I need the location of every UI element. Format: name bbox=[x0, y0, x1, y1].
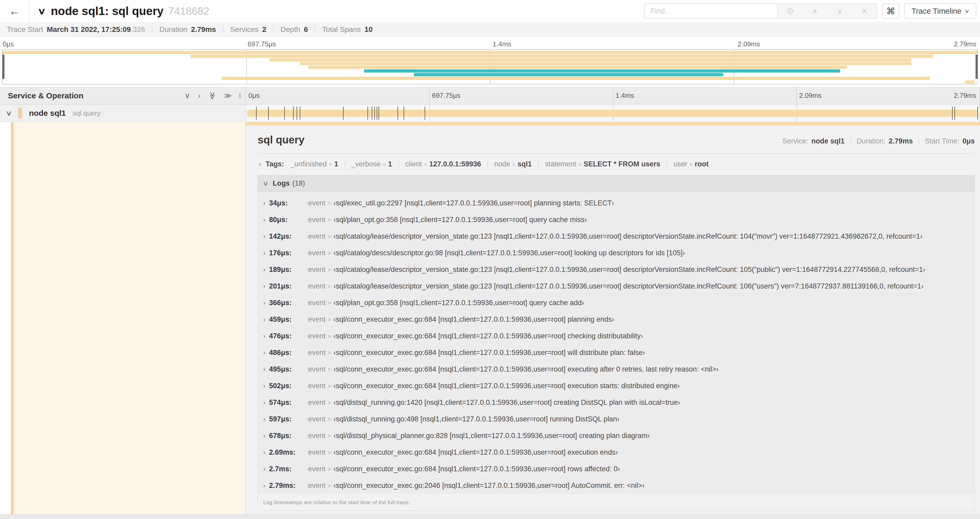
log-event-marker[interactable] bbox=[256, 107, 256, 120]
tag-item: user = root bbox=[667, 160, 715, 168]
timeline-grid-line bbox=[613, 87, 614, 104]
keyboard-shortcuts-button[interactable]: ⌘ bbox=[882, 3, 899, 19]
log-equals: = bbox=[328, 449, 331, 456]
tag-key: _verbose bbox=[352, 160, 381, 168]
log-timestamp: 597μs: bbox=[269, 415, 308, 423]
logs-title: Logs bbox=[273, 179, 290, 187]
log-event-marker[interactable] bbox=[343, 107, 344, 120]
trace-minimap: 0μs697.75μs1.4ms2.09ms2.79ms bbox=[0, 37, 980, 87]
log-event-marker[interactable] bbox=[372, 107, 372, 120]
bottom-scroll-strip[interactable] bbox=[0, 514, 980, 519]
timeline-grid-line bbox=[796, 87, 797, 104]
tags-accordion-toggle[interactable]: › Tags: _unfinished = 1 _verbose bbox=[258, 160, 975, 168]
log-field-name: event bbox=[308, 365, 325, 374]
prev-result-chevron-up-icon[interactable]: ∧ bbox=[802, 4, 827, 18]
log-entry-row[interactable]: › 142μs: event = ‹sql/catalog/lease/desc… bbox=[258, 228, 974, 245]
span-row-timeline-cell[interactable] bbox=[246, 104, 980, 122]
trace-summary-value-suffix: .326 bbox=[131, 25, 145, 34]
log-entry-row[interactable]: › 201μs: event = ‹sql/catalog/lease/desc… bbox=[258, 278, 974, 295]
log-entry-row[interactable]: › 366μs: event = ‹sql/plan_opt.go:358 [n… bbox=[258, 295, 974, 311]
log-event-marker[interactable] bbox=[955, 107, 955, 120]
minimap-scrubber-right-handle[interactable] bbox=[975, 54, 978, 79]
log-entry-row[interactable]: › 2.69ms: event = ‹sql/conn_executor_exe… bbox=[258, 444, 974, 461]
log-entry-row[interactable]: › 80μs: event = ‹sql/plan_opt.go:358 [ns… bbox=[258, 211, 974, 228]
log-chevron-right-icon: › bbox=[263, 432, 265, 440]
log-entry-row[interactable]: › 34μs: event = ‹sql/exec_util.go:2297 [… bbox=[258, 195, 974, 211]
log-entry-row[interactable]: › 495μs: event = ‹sql/conn_executor_exec… bbox=[258, 361, 974, 378]
log-event-marker[interactable] bbox=[293, 107, 294, 120]
minimap-span-bar bbox=[2, 51, 978, 54]
log-field-name: event bbox=[308, 299, 325, 307]
span-meta-label: Start Time: bbox=[925, 137, 959, 145]
timeline-ruler: 0μs697.75μs1.4ms2.09ms2.79ms bbox=[246, 87, 980, 104]
title-collapse-chevron-down-icon[interactable]: ∨ bbox=[37, 6, 46, 16]
log-timestamp: 486μs: bbox=[269, 349, 308, 357]
log-chevron-right-icon: › bbox=[263, 216, 265, 224]
log-timestamp: 201μs: bbox=[269, 282, 308, 291]
span-expander-chevron-down-icon[interactable]: ∨ bbox=[6, 109, 12, 117]
trace-summary-label: Depth bbox=[280, 25, 300, 34]
span-duration-bar[interactable] bbox=[247, 110, 978, 117]
minimap-span-bar bbox=[965, 80, 975, 84]
clear-search-close-icon[interactable]: ✕ bbox=[852, 4, 877, 18]
log-entry-row[interactable]: › 678μs: event = ‹sql/distsql_physical_p… bbox=[258, 428, 974, 444]
log-entry-row[interactable]: › 176μs: event = ‹sql/catalog/descs/desc… bbox=[258, 245, 974, 261]
expand-one-chevron-right-icon[interactable]: › bbox=[198, 92, 200, 99]
minimap-canvas-wrap bbox=[0, 50, 980, 85]
log-entry-row[interactable]: › 502μs: event = ‹sql/conn_executor_exec… bbox=[258, 378, 974, 394]
view-selector-button[interactable]: Trace Timeline ∨ bbox=[904, 3, 976, 19]
log-event-marker[interactable] bbox=[297, 107, 297, 120]
log-timestamp: 502μs: bbox=[269, 382, 308, 390]
log-event-marker[interactable] bbox=[377, 107, 377, 120]
log-entry-row[interactable]: › 2.79ms: event = ‹sql/conn_executor_exe… bbox=[258, 477, 974, 494]
log-chevron-right-icon: › bbox=[263, 366, 265, 373]
locate-icon[interactable] bbox=[778, 4, 802, 18]
minimap-canvas[interactable] bbox=[2, 50, 978, 85]
minimap-span-bar bbox=[309, 65, 847, 69]
trace-summary-item: Total Spans 10 bbox=[315, 25, 372, 34]
log-equals: = bbox=[328, 383, 331, 389]
collapse-one-chevron-down-icon[interactable]: ∨ bbox=[185, 92, 190, 99]
log-entry-row[interactable]: › 597μs: event = ‹sql/distsql_running.go… bbox=[258, 411, 974, 428]
tag-item: node = sql1 bbox=[487, 160, 538, 168]
log-field-name: event bbox=[308, 282, 325, 291]
log-event-marker[interactable] bbox=[368, 107, 368, 120]
log-entry-row[interactable]: › 574μs: event = ‹sql/distsql_running.go… bbox=[258, 394, 974, 411]
tags-list: _unfinished = 1 _verbose = 1 bbox=[284, 160, 715, 168]
next-result-chevron-down-icon[interactable]: ∨ bbox=[827, 4, 852, 18]
log-event-marker[interactable] bbox=[404, 107, 404, 120]
log-event-marker[interactable] bbox=[268, 107, 269, 120]
log-field-name: event bbox=[308, 232, 325, 241]
find-input[interactable] bbox=[644, 4, 777, 18]
service-operation-header: Service & Operation ∨ › ≫ ≫ ‖ bbox=[0, 87, 246, 104]
expand-all-double-chevron-right-icon[interactable]: ≫ bbox=[224, 92, 232, 99]
log-entry-row[interactable]: › 2.7ms: event = ‹sql/conn_executor_exec… bbox=[258, 461, 974, 477]
log-entry-row[interactable]: › 486μs: event = ‹sql/conn_executor_exec… bbox=[258, 345, 974, 361]
log-field-name: event bbox=[308, 199, 325, 207]
minimap-scrubber-left-handle[interactable] bbox=[2, 54, 5, 79]
log-event-marker[interactable] bbox=[374, 107, 375, 120]
tag-item: statement = SELECT * FROM users bbox=[538, 160, 667, 168]
collapse-all-double-chevron-down-icon[interactable]: ≫ bbox=[208, 92, 216, 99]
tag-equals: = bbox=[578, 161, 581, 168]
log-event-marker[interactable] bbox=[952, 107, 953, 120]
log-event-marker[interactable] bbox=[300, 107, 300, 120]
log-event-marker[interactable] bbox=[379, 107, 379, 120]
log-chevron-right-icon: › bbox=[263, 200, 265, 207]
log-event-marker[interactable] bbox=[425, 107, 425, 120]
span-row-name-cell[interactable]: ∨ node sql1 sql query bbox=[0, 104, 246, 122]
trace-summary-label: Trace Start bbox=[7, 25, 43, 34]
log-event-marker[interactable] bbox=[398, 107, 398, 120]
span-detail-title-row: sql query Service: node sql1 Duration: 2… bbox=[258, 126, 975, 146]
log-event-marker[interactable] bbox=[284, 107, 285, 120]
log-entry-row[interactable]: › 459μs: event = ‹sql/conn_executor_exec… bbox=[258, 311, 974, 328]
log-event-marker[interactable] bbox=[977, 107, 978, 120]
back-button[interactable]: ← bbox=[0, 0, 30, 22]
logs-accordion-header[interactable]: ∨ Logs (18) bbox=[258, 176, 974, 192]
log-timestamp: 678μs: bbox=[269, 432, 308, 440]
log-entry-row[interactable]: › 476μs: event = ‹sql/conn_executor_exec… bbox=[258, 328, 974, 345]
log-chevron-right-icon: › bbox=[263, 449, 265, 456]
column-resize-grip[interactable]: ‖ bbox=[239, 92, 242, 100]
minimap-span-bar bbox=[414, 73, 723, 76]
log-entry-row[interactable]: › 189μs: event = ‹sql/catalog/lease/desc… bbox=[258, 261, 974, 278]
